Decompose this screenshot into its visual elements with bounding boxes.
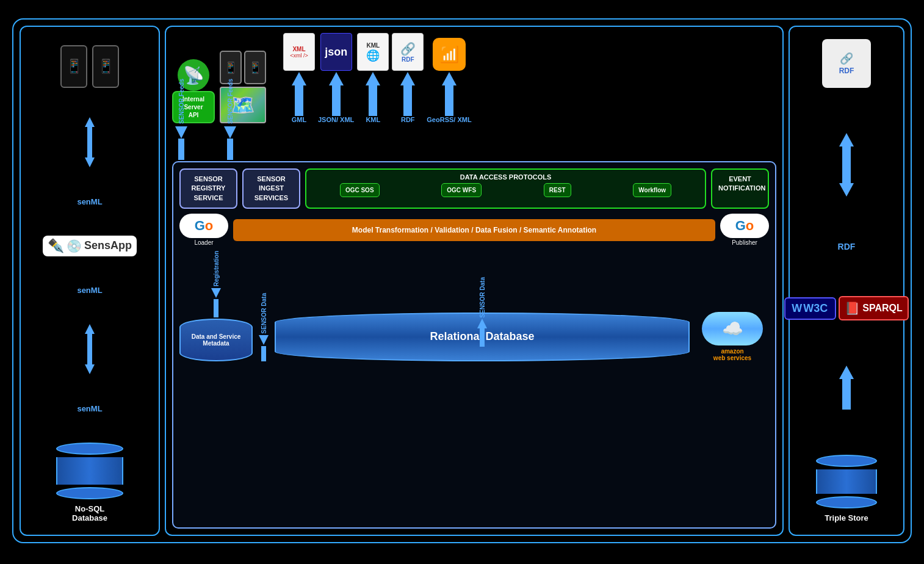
go-publisher-group: Go Publisher bbox=[720, 214, 769, 246]
transform-bar: Model Transformation / Validation / Data… bbox=[233, 219, 715, 241]
arrow-down-reg bbox=[211, 288, 221, 298]
arrow-down-sensor-data bbox=[259, 335, 269, 345]
json-text: json bbox=[325, 46, 347, 59]
go-loader-logo: Go bbox=[179, 214, 228, 238]
go-publisher-label: Publisher bbox=[732, 239, 757, 246]
event-notification-box: EVENT NOTIFICATION bbox=[711, 168, 769, 209]
sensor-feeds-label-2: SENSOR Feeds bbox=[227, 79, 234, 124]
rdf-col: 🔗 RDF RDF bbox=[392, 33, 424, 123]
xml-subtext: <xml /> bbox=[290, 52, 308, 59]
amazon-group: ☁️ amazonweb services bbox=[696, 312, 769, 361]
arrow-down-icon bbox=[85, 157, 95, 167]
arrow-stem-rdf-right bbox=[842, 146, 851, 183]
arrow-down-feed-2 bbox=[224, 126, 236, 139]
db-icon: 💿 bbox=[67, 239, 82, 253]
triple-db-top bbox=[816, 455, 877, 467]
dap-title: DATA ACCESS PROTOCOLS bbox=[310, 173, 701, 181]
android-icon: 📱 bbox=[92, 45, 119, 88]
georss-col: 📶 GeoRSS/ XML bbox=[427, 38, 471, 123]
triple-store-label: Triple Store bbox=[825, 513, 868, 522]
sensor-data-up-arrow: SENSOR Data bbox=[477, 277, 487, 347]
kml-text: KML bbox=[366, 42, 380, 49]
rdf-arrow bbox=[400, 72, 415, 116]
sensapp-text: SensApp bbox=[84, 239, 132, 252]
json-xml-label: JSON/ XML bbox=[318, 116, 354, 123]
rdf-arrow-group bbox=[839, 133, 854, 197]
left-panel: 📱 📱 senML ✒️ 💿 SensApp senML senML bbox=[20, 26, 160, 536]
sensor-feeds-arrows: SENSOR Feeds SENSOR Feeds bbox=[175, 79, 236, 160]
rdf-top-icon: 🔗 RDF bbox=[822, 39, 871, 88]
arrow-up-georss bbox=[442, 72, 457, 85]
gml-label: GML bbox=[292, 116, 306, 123]
middle-panel: 📡 Internal Server API 📱 📱 🗺️ bbox=[165, 26, 784, 536]
go-loader-group: Go Loader bbox=[179, 214, 228, 246]
sensor-feed-1: SENSOR Feeds bbox=[175, 79, 187, 160]
metadata-db: Data and Service Metadata bbox=[179, 319, 253, 361]
senml-label-1: senML bbox=[77, 197, 102, 206]
arrow-up-rdf-right bbox=[839, 133, 854, 146]
arrow-stem-rdf bbox=[403, 85, 412, 116]
arrow-up-sensor-data bbox=[477, 319, 487, 328]
relational-database: Relational Database SENSOR Data bbox=[275, 313, 690, 361]
sparql-text: SPARQL bbox=[862, 303, 902, 314]
sensor-registry-box: SENSOR REGISTRY SERVICE bbox=[179, 168, 237, 209]
pen-icon: ✒️ bbox=[48, 238, 64, 254]
arrow-stem-2 bbox=[87, 334, 92, 364]
senml-arrow-top bbox=[85, 117, 95, 167]
arrow-stem bbox=[87, 127, 92, 157]
sensapp-logo: ✒️ 💿 SensApp bbox=[43, 236, 137, 256]
dap-ogc-sos: OGC SOS bbox=[340, 183, 380, 197]
iphone-icon: 📱 bbox=[60, 45, 87, 88]
arrow-up-icon bbox=[85, 117, 95, 127]
sparql-book-icon: 📕 bbox=[845, 301, 860, 316]
nosql-database: No-SQL Database bbox=[56, 443, 123, 522]
sensor-data-label: SENSOR Data bbox=[261, 293, 267, 334]
cloud-icon: ☁️ bbox=[702, 312, 763, 345]
amazon-label: amazonweb services bbox=[713, 348, 751, 361]
service-boxes-row: SENSOR REGISTRY SERVICE SENSOR INGEST SE… bbox=[179, 168, 769, 209]
w3c-w: W bbox=[792, 302, 802, 315]
senml-arrow-bottom bbox=[85, 324, 95, 374]
sensor-ingest-box: SENSOR INGEST SERVICES bbox=[242, 168, 300, 209]
rdf-graph-icon: 🔗 bbox=[840, 52, 853, 65]
georss-label: GeoRSS/ XML bbox=[427, 116, 471, 123]
format-icons-row: XML <xml /> GML json bbox=[283, 33, 472, 123]
bottom-db-area: Registration Data and Service Metadata S… bbox=[179, 251, 769, 361]
registration-label: Registration bbox=[213, 251, 220, 286]
arrow-stem-sensor bbox=[261, 346, 266, 361]
triple-db-bottom bbox=[816, 496, 877, 508]
registration-col: Registration Data and Service Metadata bbox=[179, 251, 253, 361]
db-bottom bbox=[56, 487, 123, 499]
arrow-down-rdf-right bbox=[839, 183, 854, 197]
main-container: 📱 📱 senML ✒️ 💿 SensApp senML senML bbox=[12, 18, 912, 543]
rdf-icon: 🔗 RDF bbox=[392, 33, 424, 71]
georss-icon: 📶 bbox=[433, 38, 466, 71]
go-loader-label: Loader bbox=[194, 239, 213, 246]
nosql-label: No-SQL Database bbox=[72, 504, 107, 522]
dap-buttons-row: OGC SOS OGC WFS REST Workflow bbox=[310, 183, 701, 197]
senml-label-2: senML bbox=[77, 286, 102, 295]
xml-text: XML bbox=[292, 46, 305, 52]
georss-arrow bbox=[442, 72, 457, 116]
arrow-up-icon-2 bbox=[85, 324, 95, 334]
arrow-up-json bbox=[329, 72, 344, 85]
transform-row: Go Loader Model Transformation / Validat… bbox=[179, 214, 769, 246]
json-col: json JSON/ XML bbox=[318, 33, 354, 123]
json-icon: json bbox=[320, 33, 352, 71]
rdf-side-label: RDF bbox=[838, 242, 856, 251]
sensor-data-col: SENSOR Data bbox=[259, 293, 269, 361]
rdf-text: RDF bbox=[402, 56, 414, 63]
kml-globe: 🌐 bbox=[366, 49, 380, 62]
w3c-sparql-group: WW3C 📕 SPARQL bbox=[784, 296, 908, 320]
db-body bbox=[56, 457, 123, 485]
phones-group: 📱 📱 bbox=[60, 45, 119, 88]
triple-store-arrow bbox=[839, 366, 854, 410]
rdf-top-label: RDF bbox=[839, 67, 854, 75]
arrow-stem-sensor-up bbox=[480, 328, 485, 347]
senml-label-3: senML bbox=[77, 404, 102, 413]
arrow-up-triple bbox=[839, 366, 854, 379]
json-arrow bbox=[329, 72, 344, 116]
arrow-stem-feed-1 bbox=[178, 139, 184, 160]
dap-ogc-wfs: OGC WFS bbox=[441, 183, 482, 197]
arrow-stem-georss bbox=[445, 85, 453, 116]
